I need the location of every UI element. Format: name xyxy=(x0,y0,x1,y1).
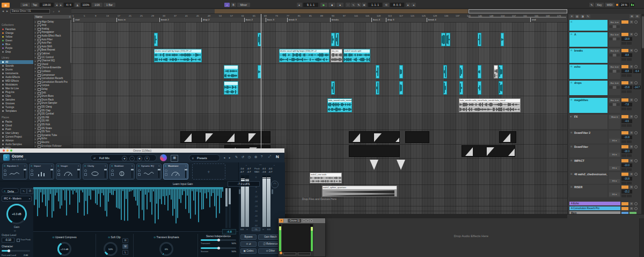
audio-clip[interactable] xyxy=(399,65,403,78)
volume-display[interactable]: -16.8 xyxy=(621,177,632,181)
automation-arm-button[interactable]: ◦ xyxy=(346,3,350,7)
headphone-icon[interactable]: ◠ xyxy=(271,181,279,188)
list-item[interactable]: ▸DS FM xyxy=(34,116,72,119)
sidebar-item-sounds[interactable]: Sounds xyxy=(0,64,33,68)
track-activator[interactable]: 0 xyxy=(630,33,633,36)
band-button-m[interactable]: M xyxy=(122,244,128,249)
arrangement-overview[interactable] xyxy=(71,9,567,14)
audio-clip[interactable]: drums vocal split by loops (155)-29 +2 xyxy=(154,49,202,62)
audio-clip[interactable] xyxy=(443,81,447,95)
monitor-button-0[interactable] xyxy=(609,103,612,106)
sidebar-item-collection-drop[interactable]: Drop xyxy=(0,50,33,54)
list-item[interactable]: ▸Electric xyxy=(34,140,72,144)
locator-row[interactable]: startbass inbreak 2drop 2bass 2bass 3bre… xyxy=(71,18,567,23)
sidebar-item-modulators[interactable]: Modulators xyxy=(0,83,33,87)
monitor-button-0[interactable] xyxy=(609,54,612,56)
module-card-dynamic-eq[interactable]: ⊙Dynamic EQ✕ xyxy=(136,163,162,180)
volume-display[interactable]: -4.6 xyxy=(621,119,632,123)
list-item[interactable]: ▸DS HH xyxy=(34,119,72,123)
send-b-box[interactable] xyxy=(627,168,632,171)
meter-link-right-icon[interactable]: ∞ xyxy=(262,228,264,231)
list-item[interactable]: ▸DS Clap xyxy=(34,109,72,112)
slider-thumb[interactable] xyxy=(217,239,220,241)
cpu-meter[interactable]: 24 % xyxy=(619,3,629,7)
time-signature[interactable]: 4 / 4 xyxy=(64,3,74,7)
audio-clip[interactable]: kala_sound carla_sound xyxy=(327,98,352,112)
volume-display[interactable]: -18.8 xyxy=(621,37,632,41)
track-header-a[interactable]: ⊙A xyxy=(569,32,608,47)
zoom-icon[interactable] xyxy=(10,149,12,152)
audio-clip[interactable]: wafv2 vocals split xyxy=(343,49,370,62)
track-header-drops[interactable]: ⊙drops xyxy=(569,81,608,95)
module-power-icon[interactable]: ⊙ xyxy=(84,165,86,167)
track-header-riser[interactable]: ⊙RISER xyxy=(569,185,608,197)
mix-selector-label[interactable]: Full Mix xyxy=(99,156,109,160)
solo-button[interactable] xyxy=(634,173,638,176)
solo-button[interactable] xyxy=(634,98,638,102)
module-gain-slider[interactable] xyxy=(78,168,79,178)
count-in-menu[interactable]: 1 Bar xyxy=(104,3,115,7)
mix-selector-pill[interactable]: ⇌ Full Mix ◉ ♪ ▣ ⬆ xyxy=(90,154,157,161)
track-activator[interactable]: 0 xyxy=(630,145,633,148)
bypass-button[interactable]: Bypass xyxy=(240,234,257,240)
monitor-button-1[interactable] xyxy=(613,70,616,73)
monitor-button-2[interactable] xyxy=(617,103,620,106)
meter-options-caret-2[interactable]: ⌄ xyxy=(273,163,275,166)
browser-back-button[interactable]: ◀ xyxy=(1,9,5,13)
track-routing[interactable]: FX ▾ xyxy=(609,172,620,184)
module-gain-slider[interactable] xyxy=(105,168,106,178)
send-a-box[interactable] xyxy=(621,108,626,110)
meter-link-left-icon[interactable]: ∞ xyxy=(246,228,248,231)
send-a-box[interactable] xyxy=(621,90,626,93)
resize-icon[interactable]: ⤢ xyxy=(268,155,271,159)
track-header-breaks[interactable]: ⊙breaks xyxy=(569,48,608,63)
send-b-box[interactable] xyxy=(627,182,632,184)
automation-clip[interactable] xyxy=(405,131,429,143)
list-item[interactable]: ▸Auto Pan xyxy=(34,41,72,45)
monitor-button-0[interactable] xyxy=(609,25,612,28)
clip-stop-button[interactable] xyxy=(621,131,628,134)
gain-knob[interactable]: +0.3 dB xyxy=(6,204,27,224)
output-routing-chooser[interactable]: FX ▾ xyxy=(609,153,620,156)
audio-clip[interactable] xyxy=(478,81,481,95)
audio-clip[interactable] xyxy=(399,81,403,95)
add-module-slot[interactable]: + xyxy=(192,163,225,180)
draw-mode-button[interactable]: ✎ xyxy=(356,3,361,7)
monitor-button-2[interactable] xyxy=(617,86,620,89)
sidebar-item-max-for-live[interactable]: Max for Live xyxy=(0,87,33,90)
monitor-button-0[interactable] xyxy=(609,86,612,89)
monitor-button-2[interactable] xyxy=(617,54,620,56)
track-activator[interactable]: 0 xyxy=(630,173,633,176)
meter-options-caret-1[interactable]: — xyxy=(259,163,262,166)
output-routing-chooser[interactable]: FX ▾ xyxy=(609,166,620,170)
list-item[interactable]: ▸Channel EQ xyxy=(34,59,72,63)
module-gain-slider[interactable] xyxy=(185,168,186,178)
audio-clip[interactable]: drums vocal split by loops (156)-29 +2 xyxy=(279,49,330,62)
locator-break-4[interactable]: break 4 xyxy=(427,18,436,22)
export-icon[interactable]: ⬆ xyxy=(144,156,150,161)
send-b-box[interactable] xyxy=(627,195,632,197)
edit-icon[interactable]: ✎ xyxy=(235,155,238,159)
track-routing[interactable]: Ext. In ▾ xyxy=(609,32,620,47)
audio-clip[interactable] xyxy=(459,81,463,95)
track-header-46-wafv2-chedrestrusion-battle[interactable]: ⊙46 wafv2_chedrestrusion_battle xyxy=(569,172,608,184)
track-routing[interactable]: Ext. In ▾ xyxy=(609,98,620,113)
solo-button[interactable] xyxy=(634,65,638,68)
module-power-icon[interactable]: ⊙ xyxy=(138,165,140,167)
learn-input-gain-label[interactable]: Learn Input Gain xyxy=(173,182,193,185)
monitor-toggle-button[interactable]: ⊙ ⇄ xyxy=(240,241,257,247)
fade-triangle-clip[interactable] xyxy=(369,159,379,170)
solo-button[interactable] xyxy=(634,145,638,148)
list-item[interactable]: ▸Dynamic Tube xyxy=(34,133,72,137)
sidebar-item-instruments[interactable]: Instruments xyxy=(0,72,33,75)
volume-display[interactable]: -16.8 xyxy=(621,135,632,139)
solo-button[interactable] xyxy=(634,159,638,162)
locator-start[interactable]: start xyxy=(74,18,80,22)
sidebar-item-templates[interactable]: Templates xyxy=(0,109,33,113)
track-activator[interactable]: 0 xyxy=(630,81,633,84)
list-item[interactable]: ▸Collision xyxy=(34,69,72,73)
waveform-view-icon[interactable]: ∿ xyxy=(20,188,27,194)
automation-clip[interactable] xyxy=(349,145,400,157)
key-map-button[interactable]: Key xyxy=(595,3,604,7)
sidebar-item-audio-effects[interactable]: Audio Effects xyxy=(0,75,33,79)
